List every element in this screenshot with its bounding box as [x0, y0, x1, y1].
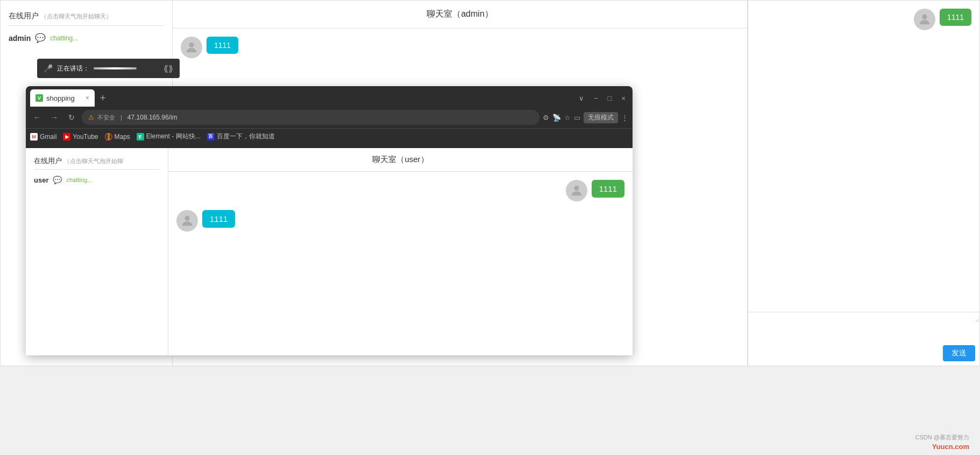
- inner-right-avatar: [566, 180, 587, 201]
- inner-right-bubble: 1111: [592, 180, 624, 198]
- url-text: 47.108.165.96/im: [127, 114, 177, 121]
- insecure-label: 不安全: [97, 114, 115, 122]
- cast-icon[interactable]: 📡: [552, 114, 561, 122]
- maps-favicon: [105, 133, 112, 141]
- baidu-favicon: 百: [207, 133, 215, 141]
- sidebar-subtitle-text: （点击聊天气泡开始聊天）: [41, 13, 112, 19]
- browser-window: V shopping × + ∨ − □ × ← → ↻: [26, 86, 633, 355]
- inner-chat-header: 聊天室（user）: [168, 148, 633, 172]
- csdn-text: CSDN @慕言爱努力: [915, 434, 969, 440]
- admin-username: admin: [9, 34, 31, 43]
- tab-label: shopping: [46, 94, 75, 102]
- inner-left-avatar: [176, 210, 198, 232]
- voice-indicator-bar: 🎤 正在讲话： ⟪⟫: [37, 59, 180, 78]
- active-tab[interactable]: V shopping ×: [30, 89, 95, 107]
- inner-sidebar: 在线用户 （点击聊天气泡开始聊 user 💬 chatting...: [26, 148, 168, 355]
- avatar-left: [181, 37, 202, 58]
- online-users-title: 在线用户 （点击聊天气泡开始聊天）: [9, 11, 164, 21]
- message-input[interactable]: [752, 317, 975, 341]
- tab-favicon-text: V: [38, 95, 41, 101]
- yuucn-text: Yuucn.com: [932, 443, 969, 451]
- speaking-label: 正在讲话：: [57, 64, 89, 73]
- inner-subtitle-text: （点击聊天气泡开始聊: [64, 158, 123, 164]
- back-arrow: ←: [33, 113, 41, 122]
- admin-chat-header: 聊天室（admin）: [173, 1, 747, 29]
- refresh-button[interactable]: ↻: [65, 110, 79, 124]
- inner-username: user: [34, 176, 48, 184]
- right-panel-messages: 1111: [748, 1, 979, 313]
- incognito-button[interactable]: 无痕模式: [584, 112, 618, 123]
- svg-point-5: [184, 216, 189, 221]
- maps-label: Maps: [115, 133, 130, 141]
- message-bubble-1111: 1111: [207, 37, 238, 54]
- inner-right-text: 1111: [599, 184, 617, 193]
- inner-left-bubble: 1111: [202, 210, 235, 228]
- youtube-favicon: ▶: [63, 133, 70, 141]
- bookmark-gmail[interactable]: M Gmail: [30, 133, 56, 141]
- dropdown-control[interactable]: ∨: [576, 93, 587, 103]
- admin-user-item[interactable]: admin 💬 chatting...: [9, 30, 164, 46]
- bookmark-element[interactable]: E Element - 网站快...: [137, 132, 201, 141]
- svg-point-0: [189, 43, 194, 47]
- yuucn-watermark: Yuucn.com: [932, 443, 969, 451]
- new-tab-button[interactable]: +: [97, 93, 109, 104]
- browser-chrome: V shopping × + ∨ − □ × ← → ↻: [26, 86, 633, 148]
- maximize-button[interactable]: □: [605, 93, 615, 103]
- element-favicon: E: [137, 133, 144, 141]
- inner-right-message-row: 1111: [176, 180, 624, 201]
- gmail-favicon: M: [30, 133, 38, 141]
- inner-left-message-row: 1111: [176, 210, 624, 232]
- right-panel: 1111 ⌟ 发送: [748, 0, 980, 366]
- right-panel-input-area: 发送: [748, 312, 979, 366]
- svg-marker-3: [108, 134, 110, 140]
- element-label: Element - 网站快...: [146, 132, 201, 141]
- translate-icon[interactable]: ⚙: [543, 114, 549, 122]
- youtube-label: YouTube: [73, 133, 98, 141]
- refresh-icon: ↻: [68, 113, 75, 122]
- voice-wave: [94, 67, 137, 69]
- tab-close-button[interactable]: ×: [86, 94, 89, 102]
- right-message-text: 1111: [947, 13, 964, 22]
- bookmark-youtube[interactable]: ▶ YouTube: [63, 133, 98, 141]
- close-button[interactable]: ×: [619, 93, 628, 103]
- tab-bar: V shopping × + ∨ − □ ×: [26, 86, 633, 107]
- inner-chat-icon[interactable]: 💬: [53, 176, 62, 184]
- send-button[interactable]: 发送: [943, 345, 975, 361]
- bookmark-maps[interactable]: Maps: [105, 133, 130, 141]
- admin-chat-title: 聊天室（admin）: [427, 9, 493, 18]
- svg-point-4: [574, 186, 579, 191]
- right-message-row: 1111: [756, 9, 971, 30]
- inner-title-text: 在线用户: [34, 157, 62, 165]
- nav-right-controls: ⚙ 📡 ☆ ▭ 无痕模式 ⋮: [543, 112, 628, 123]
- inner-left-text: 1111: [210, 214, 228, 223]
- right-message-bubble: 1111: [940, 9, 971, 26]
- browser-content: 在线用户 （点击聊天气泡开始聊 user 💬 chatting... 聊天室（u…: [26, 148, 633, 355]
- forward-button[interactable]: →: [47, 110, 61, 124]
- window-controls: ∨ − □ ×: [576, 93, 628, 103]
- split-view-icon[interactable]: ▭: [574, 114, 580, 122]
- back-button[interactable]: ←: [30, 110, 44, 124]
- inner-chatting-status: chatting...: [66, 177, 92, 183]
- inner-chat-messages: 1111 1111: [168, 172, 633, 355]
- right-avatar: [914, 9, 935, 30]
- bookmark-icon[interactable]: ☆: [564, 114, 571, 122]
- inner-chat: 聊天室（user） 1111: [168, 148, 633, 355]
- svg-point-1: [922, 15, 927, 19]
- chat-bubble-icon[interactable]: 💬: [35, 33, 46, 43]
- more-options-icon[interactable]: ⋮: [621, 114, 628, 122]
- message-text: 1111: [214, 41, 231, 50]
- inner-chat-title: 聊天室（user）: [372, 155, 428, 164]
- mic-icon: 🎤: [44, 64, 53, 73]
- bookmarks-bar: M Gmail ▶ YouTube Maps E Element - 网站快..…: [26, 128, 633, 144]
- lock-icon: ⚠: [88, 114, 94, 121]
- address-bar[interactable]: ⚠ 不安全 | 47.108.165.96/im: [82, 110, 539, 125]
- inner-user-item[interactable]: user 💬 chatting...: [34, 173, 160, 187]
- arrow-icons: ⟪⟫: [164, 64, 173, 74]
- tab-favicon: V: [35, 94, 43, 102]
- separator: |: [120, 114, 122, 121]
- chatting-status: chatting...: [50, 34, 78, 42]
- gmail-label: Gmail: [40, 133, 56, 141]
- minimize-button[interactable]: −: [591, 93, 601, 103]
- bookmark-baidu[interactable]: 百 百度一下，你就知道: [207, 132, 275, 141]
- message-row-left: 1111: [181, 37, 739, 58]
